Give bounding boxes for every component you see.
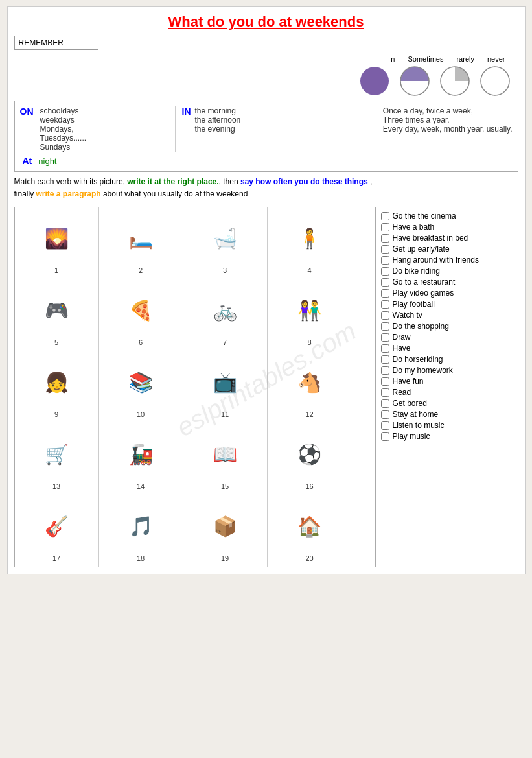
at-label: At xyxy=(23,156,32,166)
image-row-3: 👧 9 📚 10 📺 11 🐴 12 xyxy=(15,351,375,423)
checklist-item-6[interactable]: Go to a restaurant xyxy=(381,278,513,287)
img-3: 🛁 xyxy=(196,212,254,264)
img-20: 🏠 xyxy=(281,500,339,552)
img-14: 🚂 xyxy=(111,428,170,480)
checkbox-9[interactable] xyxy=(381,311,389,320)
checklist-item-17[interactable]: Get bored xyxy=(381,399,513,408)
freq-rarely-label: rarely xyxy=(456,55,474,63)
at-section: At night xyxy=(20,156,513,166)
checklist-label-12: Have xyxy=(393,344,411,353)
main-area: 🌄 1 🛏️ 2 🛁 3 🧍 4 🎮 xyxy=(14,207,518,567)
img-9: 👧 xyxy=(27,356,86,408)
img-cell-17: 🎸 17 xyxy=(15,495,99,567)
img-15: 📖 xyxy=(196,428,254,480)
checklist-label-2: Have breakfast in bed xyxy=(393,233,468,243)
in-section: IN the morning the afternoon the evening xyxy=(182,106,376,152)
checkbox-11[interactable] xyxy=(381,333,389,342)
checklist-item-8[interactable]: Play football xyxy=(381,300,513,309)
instructions-part5: about what you usually do at the weekend xyxy=(101,189,248,198)
checklist-item-7[interactable]: Play video games xyxy=(381,289,513,298)
checkbox-10[interactable] xyxy=(381,322,389,331)
checkbox-2[interactable] xyxy=(381,234,389,243)
checklist-item-10[interactable]: Do the shopping xyxy=(381,322,513,331)
checkbox-19[interactable] xyxy=(381,421,389,430)
checkbox-16[interactable] xyxy=(381,388,389,397)
img-number-11: 11 xyxy=(221,410,229,418)
img-number-20: 20 xyxy=(305,554,313,562)
checkbox-20[interactable] xyxy=(381,432,389,441)
checklist-label-5: Do bike riding xyxy=(393,266,440,276)
img-cell-9: 👧 9 xyxy=(15,351,99,423)
in-label: IN xyxy=(182,106,191,117)
on-items: schooldays weekdays Mondays, Tuesdays...… xyxy=(40,106,87,152)
img-number-18: 18 xyxy=(137,554,145,562)
checklist-item-3[interactable]: Get up early/late xyxy=(381,244,513,254)
checkbox-6[interactable] xyxy=(381,278,389,287)
checklist-item-4[interactable]: Hang around with friends xyxy=(381,255,513,265)
checkbox-4[interactable] xyxy=(381,256,389,265)
checklist-item-14[interactable]: Do my homework xyxy=(381,366,513,375)
img-cell-16: ⚽ 16 xyxy=(268,423,352,495)
checklist-item-19[interactable]: Listen to music xyxy=(381,421,513,430)
instructions: Match each verb with its picture, write … xyxy=(14,176,518,200)
img-1: 🌄 xyxy=(27,212,86,264)
freq-circle-always xyxy=(358,64,391,98)
img-number-9: 9 xyxy=(54,410,58,418)
checklist-item-13[interactable]: Do horseriding xyxy=(381,355,513,364)
img-2: 🛏️ xyxy=(111,212,170,264)
img-cell-10: 📚 10 xyxy=(99,351,183,423)
checklist-item-20[interactable]: Play music xyxy=(381,432,513,441)
img-cell-13: 🛒 13 xyxy=(15,423,99,495)
freq-n-label: n xyxy=(391,55,395,63)
on-section: ON schooldays weekdays Mondays, Tuesdays… xyxy=(20,106,176,152)
checklist-item-12[interactable]: Have xyxy=(381,344,513,353)
svg-point-3 xyxy=(481,67,509,95)
checkbox-0[interactable] xyxy=(381,212,389,220)
img-cell-20: 🏠 20 xyxy=(268,495,352,567)
checkbox-13[interactable] xyxy=(381,355,389,364)
img-cell-15: 📖 15 xyxy=(183,423,268,495)
checkbox-5[interactable] xyxy=(381,267,389,276)
img-number-7: 7 xyxy=(223,338,227,346)
img-5: 🎮 xyxy=(27,284,86,336)
checklist-item-15[interactable]: Have fun xyxy=(381,377,513,386)
checklist-item-2[interactable]: Have breakfast in bed xyxy=(381,233,513,243)
freq-circle-never xyxy=(478,64,512,98)
img-number-8: 8 xyxy=(307,338,311,346)
checklist-label-8: Play football xyxy=(393,300,435,309)
img-number-12: 12 xyxy=(305,410,313,418)
checklist-label-17: Get bored xyxy=(393,399,427,408)
svg-point-0 xyxy=(360,67,389,95)
checkbox-3[interactable] xyxy=(381,245,389,254)
checklist-label-14: Do my homework xyxy=(393,366,453,375)
checkbox-17[interactable] xyxy=(381,399,389,408)
checklist-item-9[interactable]: Watch tv xyxy=(381,311,513,320)
instructions-part4-colored: write a paragraph xyxy=(36,189,101,198)
checklist-item-16[interactable]: Read xyxy=(381,388,513,397)
checkbox-12[interactable] xyxy=(381,344,389,353)
checklist-item-5[interactable]: Do bike riding xyxy=(381,266,513,276)
at-night: night xyxy=(38,156,56,166)
page-title: What do you do at weekends xyxy=(14,14,518,30)
checkbox-15[interactable] xyxy=(381,377,389,386)
checkbox-18[interactable] xyxy=(381,410,389,419)
checklist-item-0[interactable]: Go the the cinema xyxy=(381,211,513,220)
info-section: ON schooldays weekdays Mondays, Tuesdays… xyxy=(14,101,518,172)
checklist-label-10: Do the shopping xyxy=(393,322,449,331)
img-cell-3: 🛁 3 xyxy=(183,207,268,279)
checklist-item-18[interactable]: Stay at home xyxy=(381,410,513,419)
checklist-item-1[interactable]: Have a bath xyxy=(381,222,513,231)
checklist-item-11[interactable]: Draw xyxy=(381,333,513,342)
checkbox-7[interactable] xyxy=(381,289,389,298)
checklist-label-18: Stay at home xyxy=(393,410,439,419)
img-cell-5: 🎮 5 xyxy=(15,279,99,351)
checkbox-14[interactable] xyxy=(381,366,389,375)
img-cell-11: 📺 11 xyxy=(183,351,268,423)
checkbox-1[interactable] xyxy=(381,223,389,231)
checkbox-8[interactable] xyxy=(381,300,389,309)
img-number-17: 17 xyxy=(52,554,60,562)
img-number-2: 2 xyxy=(139,266,143,274)
img-cell-18: 🎵 18 xyxy=(99,495,183,567)
frequency-row: n Sometimes rarely never xyxy=(14,54,518,64)
img-cell-7: 🚲 7 xyxy=(183,279,268,351)
